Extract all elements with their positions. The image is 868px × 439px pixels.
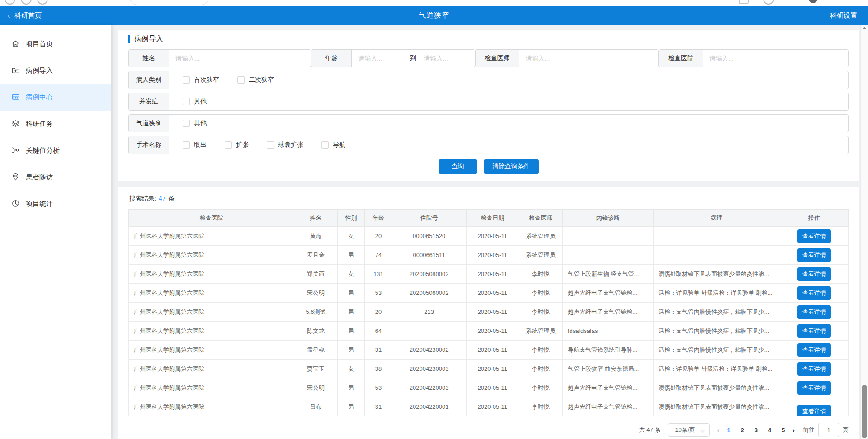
checkbox[interactable] [183,98,190,105]
sidebar-item-patient-followup[interactable]: 患者随访 [0,164,111,191]
sidebar-item-project-statistics[interactable]: 项目统计 [0,191,111,217]
view-details-button[interactable]: 查看详情 [797,267,831,281]
address-bar[interactable] [129,0,209,5]
table-cell [653,227,780,246]
view-details-button[interactable]: 查看详情 [797,324,831,338]
checkbox[interactable] [183,120,190,127]
table-cell: 74 [365,246,392,265]
settings-button[interactable]: 科研设置 [830,11,868,20]
table-cell [562,227,653,246]
bookmark-icon[interactable] [763,0,774,5]
checkbox-label: 其他 [194,119,207,127]
filter-row-label: 病人类别 [129,71,169,89]
page-number-1[interactable]: 1 [727,427,730,434]
next-page-button[interactable]: › [792,426,795,434]
table-cell: 系统管理员 [519,322,562,341]
table-cell: 超声光纤电子支气管镜检... [562,397,653,416]
page-size-select[interactable]: 10条/页 [668,423,710,437]
prev-page-button[interactable]: ‹ [717,426,720,434]
page-number-5[interactable]: 5 [782,427,785,434]
checkbox-option[interactable]: 扩张 [225,141,249,149]
column-header: 检查医师 [519,210,562,227]
checkbox-option[interactable]: 导航 [321,141,345,149]
checkbox[interactable] [183,141,190,149]
back-button[interactable]: 科研首页 [0,11,42,20]
table-cell-actions: 查看详情 [780,246,848,265]
age-to-label: 到 [409,50,417,67]
checkbox[interactable] [267,141,274,149]
table-cell-actions: 查看详情 [780,284,848,303]
checkbox-label: 其他 [194,98,207,106]
results-table-wrap: 检查医院姓名性别年龄住院号检查日期检查医师内镜诊断病理操作广州医科大学附属第六医… [128,209,849,416]
view-details-button[interactable]: 查看详情 [797,362,831,376]
goto-page-input[interactable] [818,423,839,437]
table-cell: 0000651520 [392,227,466,246]
table-cell: 2020-05-11 [466,265,519,284]
checkbox-option[interactable]: 球囊扩张 [267,141,303,149]
pagination: 共 47 条 10条/页 ‹ 12345 › 前往 页 [128,423,849,437]
forward-icon[interactable] [21,0,32,5]
sidebar-item-research-tasks[interactable]: 科研任务 [0,111,111,137]
checkbox-option[interactable]: 首次狭窄 [183,76,219,84]
sidebar-item-case-import[interactable]: 病例导入 [0,57,111,84]
view-details-button[interactable]: 查看详情 [797,229,831,243]
hospital-input[interactable] [703,50,848,67]
view-details-button[interactable]: 查看详情 [797,381,831,395]
checkbox-option[interactable]: 其他 [183,119,207,127]
table-row: 广州医科大学附属第六医院吕布男312020042200012020-05-11李… [129,397,849,416]
checkbox-option[interactable]: 取出 [183,141,207,149]
column-header: 住院号 [392,210,466,227]
scroll-up-arrow[interactable] [863,27,866,29]
pagination-total: 共 47 条 [639,426,661,434]
view-details-button[interactable]: 查看详情 [797,286,831,300]
scrollbar-thumb[interactable] [862,385,867,438]
table-cell: 李时悦 [519,284,562,303]
checkbox[interactable] [237,76,245,84]
view-details-button[interactable]: 查看详情 [797,305,831,319]
page-number-4[interactable]: 4 [768,427,771,434]
sidebar-item-label: 项目统计 [26,200,53,208]
table-cell: 广州医科大学附属第六医院 [129,360,294,378]
table-cell: 男 [337,397,364,416]
home-icon [11,39,20,49]
sidebar: 项目首页病例导入病例中心科研任务关键值分析患者随访项目统计 [0,25,111,439]
view-details-button[interactable]: 查看详情 [797,343,831,357]
table-cell: 2020-05-11 [466,303,519,322]
sidebar-item-case-center[interactable]: 病例中心 [0,84,111,111]
column-header: 检查医院 [129,210,294,227]
refresh-icon[interactable] [37,0,48,5]
profile-avatar[interactable] [809,0,817,3]
column-header: 检查日期 [466,210,519,227]
sidebar-item-label: 项目首页 [26,40,53,48]
sidebar-item-project-home[interactable]: 项目首页 [0,31,111,57]
sidebar-item-key-value-analysis[interactable]: 关键值分析 [0,137,111,164]
checkbox-option[interactable]: 二次狭窄 [237,76,274,84]
network-icon [11,146,20,156]
age-to-input[interactable] [417,50,475,67]
checkbox-option[interactable]: 其他 [183,98,207,106]
checkbox[interactable] [225,141,232,149]
table-cell: 31 [365,341,392,360]
table-cell-actions: 查看详情 [780,227,848,246]
page-number-2[interactable]: 2 [741,427,744,434]
checkbox-label: 二次狭窄 [249,76,274,84]
view-details-button[interactable]: 查看详情 [797,248,831,262]
table-cell-actions: 查看详情 [780,265,848,284]
table-cell: 罗月金 [294,246,338,265]
filter-options: 其他 [169,93,207,110]
checkbox[interactable] [183,76,190,84]
goto-page: 前往 页 [803,423,849,437]
clear-query-button[interactable]: 清除查询条件 [484,159,539,174]
view-details-button[interactable]: 查看详情 [797,405,831,416]
extensions-icon[interactable] [739,0,749,4]
query-button[interactable]: 查询 [439,159,477,174]
back-icon[interactable] [5,0,15,5]
scrollbar[interactable] [860,25,868,439]
age-from-input[interactable] [352,50,409,67]
column-header: 年龄 [365,210,392,227]
doctor-input[interactable] [519,50,658,67]
name-input[interactable] [169,50,311,67]
table-cell-actions: 查看详情 [780,397,848,416]
page-number-3[interactable]: 3 [755,427,758,434]
checkbox[interactable] [321,141,329,149]
